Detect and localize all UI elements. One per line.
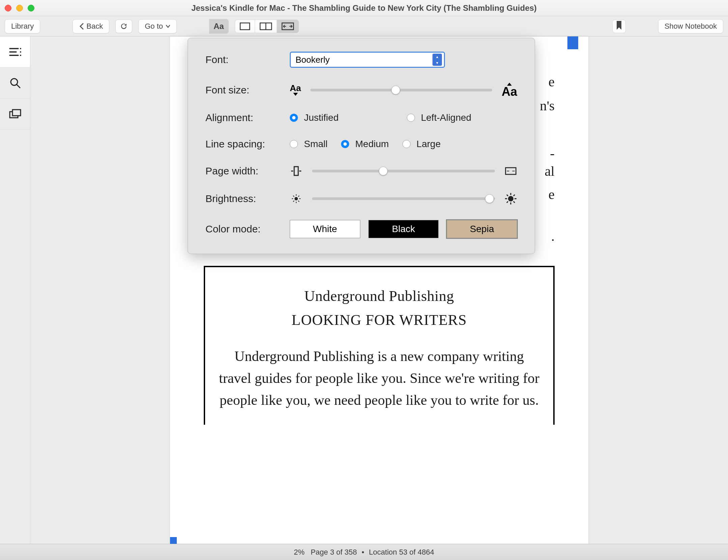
svg-line-28 [298,196,299,197]
excerpt-subtitle: LOOKING FOR WRITERS [219,311,540,329]
svg-rect-14 [294,167,298,175]
alignment-radio-group: Justified Left-Aligned [290,112,517,123]
line-spacing-option-label: Large [417,139,441,149]
bookmark-icon [616,21,622,30]
excerpt-body: Underground Publishing is a new company … [219,345,540,411]
font-size-large-icon: Aa [502,83,517,97]
book-excerpt-frame: Underground Publishing LOOKING FOR WRITE… [204,266,555,425]
label-page-width: Page width: [205,165,290,177]
color-mode-white[interactable]: White [290,220,360,238]
font-size-slider[interactable] [310,89,492,91]
status-sep: • [362,548,364,557]
radio-icon [402,140,411,148]
label-color-mode: Color mode: [205,223,290,235]
brightness-high-icon [504,192,517,205]
excerpt-title: Underground Publishing [219,287,540,305]
radio-icon [341,140,349,148]
chevron-left-icon [79,23,84,30]
row-brightness: Brightness: [205,192,517,205]
single-column-button[interactable] [235,20,255,33]
color-mode-sepia[interactable]: Sepia [447,220,517,238]
fit-width-button[interactable] [277,20,299,33]
svg-point-29 [508,196,513,201]
line-spacing-medium[interactable]: Medium [341,139,389,149]
toc-icon [9,47,22,57]
label-font: Font: [205,54,290,65]
chevron-down-icon [166,25,170,28]
display-settings-group: Aa [209,19,229,34]
page-marker-top [567,36,578,49]
svg-point-9 [20,55,21,56]
minimize-window[interactable] [16,5,23,11]
font-size-thumb[interactable] [391,86,400,94]
row-line-spacing: Line spacing: Small Medium Large [205,138,517,150]
label-font-size: Font size: [205,84,290,96]
radio-icon [290,114,298,122]
search-icon [9,77,21,89]
back-button[interactable]: Back [73,19,109,33]
titlebar: Jessica's Kindle for Mac - The Shambling… [0,0,728,16]
color-mode-group: White Black Sepia [290,220,517,238]
row-page-width: Page width: [205,165,517,177]
svg-point-7 [20,51,21,53]
status-location: Location 53 of 4864 [369,548,434,557]
window-title: Jessica's Kindle for Mac - The Shambling… [0,3,728,13]
layout-mode-group [235,20,299,33]
sidebar-search[interactable] [0,67,30,99]
label-brightness: Brightness: [205,193,290,204]
statusbar: 2% Page 3 of 358 • Location 53 of 4864 [0,544,728,560]
row-font-size: Font size: Aa Aa [205,83,517,97]
svg-point-5 [20,48,21,49]
line-spacing-small[interactable]: Small [290,139,328,149]
window-controls [5,5,34,11]
aa-icon: Aa [214,22,224,31]
font-selected-value: Bookerly [296,55,330,65]
page-width-thumb[interactable] [379,167,388,175]
sync-button[interactable] [115,20,132,33]
alignment-option-label: Left-Aligned [421,112,471,123]
bookmark-button[interactable] [612,20,626,33]
status-page: Page 3 of 358 [311,548,357,557]
goto-button[interactable]: Go to [138,19,177,33]
font-size-small-icon: Aa [290,84,301,96]
svg-rect-13 [12,110,21,116]
svg-rect-0 [240,23,250,30]
two-column-button[interactable] [255,20,277,33]
page-width-slider[interactable] [312,170,495,172]
display-settings-popover: Font: Bookerly ▲▼ Font size: Aa Aa Al [188,38,535,254]
page-narrow-icon [290,165,303,177]
font-settings-button[interactable]: Aa [209,19,229,34]
sidebar-toc[interactable] [0,36,30,67]
library-button[interactable]: Library [5,19,40,33]
alignment-justified[interactable]: Justified [290,112,339,123]
status-percent: 2% [294,548,305,557]
show-notebook-button[interactable]: Show Notebook [658,19,723,33]
line-spacing-radio-group: Small Medium Large [290,139,517,149]
brightness-slider[interactable] [312,197,495,200]
close-window[interactable] [5,5,11,11]
svg-line-36 [507,201,508,203]
svg-line-27 [293,201,294,202]
toolbar: Library Back Go to Aa [0,16,728,36]
svg-line-34 [507,195,508,196]
back-label: Back [86,22,103,31]
cards-icon [9,109,21,119]
line-spacing-large[interactable]: Large [402,139,441,149]
label-line-spacing: Line spacing: [205,138,290,150]
zoom-window[interactable] [28,5,34,11]
svg-line-26 [298,201,299,202]
label-alignment: Alignment: [205,112,290,123]
select-stepper-icon: ▲▼ [432,54,442,66]
brightness-low-icon [290,192,303,205]
font-select[interactable]: Bookerly ▲▼ [290,52,445,68]
alignment-left[interactable]: Left-Aligned [407,112,471,123]
sidebar-flashcards[interactable] [0,99,30,130]
sidebar [0,36,30,544]
refresh-icon [120,22,128,30]
row-font: Font: Bookerly ▲▼ [205,52,517,68]
brightness-thumb[interactable] [485,194,494,203]
color-mode-black[interactable]: Black [368,220,439,238]
radio-icon [407,114,415,122]
svg-line-25 [293,196,294,197]
row-color-mode: Color mode: White Black Sepia [205,220,517,238]
